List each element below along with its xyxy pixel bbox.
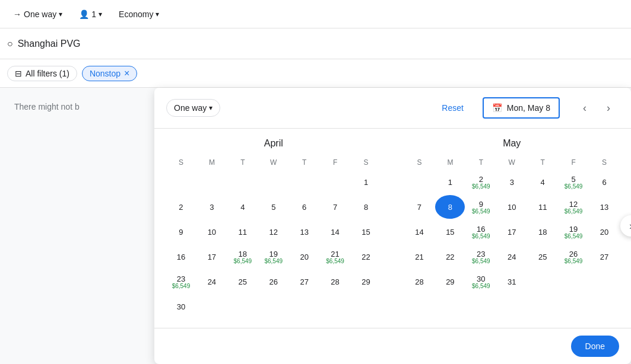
april-day-26[interactable]: 26 [259, 270, 288, 293]
may-day-25[interactable]: 25 [528, 245, 557, 269]
april-day-11[interactable]: 11 [228, 220, 258, 244]
may-day-21[interactable]: 21 [405, 245, 435, 269]
origin-field[interactable]: ○ Shanghai PVG [7, 39, 81, 49]
april-day-6[interactable]: 6 [290, 195, 319, 219]
april-day-10[interactable]: 10 [197, 220, 227, 244]
april-day-13[interactable]: 13 [290, 220, 319, 244]
april-dow-t1: T [228, 156, 258, 169]
may-day-11[interactable]: 11 [528, 195, 557, 219]
may-dow-t1: T [466, 156, 496, 169]
cabin-chevron-icon: ▾ [156, 10, 159, 18]
may-day-5[interactable]: 5$6,549 [559, 170, 588, 194]
nonstop-close-icon[interactable]: × [124, 69, 129, 78]
may-day-7[interactable]: 7 [405, 195, 435, 219]
april-dow-t2: T [290, 156, 319, 169]
may-day-1[interactable]: 1 [435, 170, 465, 194]
all-filters-label: All filters (1) [26, 69, 69, 78]
may-day-2[interactable]: 2$6,549 [466, 170, 496, 194]
may-day-29[interactable]: 29 [435, 270, 465, 293]
may-day-14[interactable]: 14 [405, 220, 435, 244]
april-day-15[interactable]: 15 [351, 220, 381, 244]
april-day-7[interactable]: 7 [321, 195, 350, 219]
may-dow-t2: T [528, 156, 557, 169]
prev-month-button[interactable]: ‹ [574, 97, 595, 119]
april-day-18[interactable]: 18$6,549 [228, 245, 258, 269]
may-day-24[interactable]: 24 [497, 245, 527, 269]
person-icon: 👤 [79, 9, 89, 19]
may-empty-1 [405, 170, 435, 194]
april-day-2[interactable]: 2 [166, 195, 196, 219]
may-day-4[interactable]: 4 [528, 170, 557, 194]
may-day-12[interactable]: 12$6,549 [559, 195, 588, 219]
may-day-27[interactable]: 27 [589, 245, 619, 269]
april-day-9[interactable]: 9 [166, 220, 196, 244]
april-empty-4 [259, 170, 288, 194]
april-day-22[interactable]: 22 [351, 245, 381, 269]
may-empty-e1 [528, 270, 557, 293]
april-day-24[interactable]: 24 [197, 270, 227, 293]
next-month-button[interactable]: › [598, 97, 619, 119]
scroll-right-button[interactable]: › [620, 215, 631, 237]
calendar-icon: 📅 [492, 103, 502, 113]
may-dow-w: W [497, 156, 527, 169]
april-empty-1 [166, 170, 196, 194]
may-day-8[interactable]: 8 [435, 195, 465, 219]
calendar-mode-button[interactable]: One way ▾ [166, 99, 220, 117]
april-empty-6 [321, 170, 350, 194]
may-day-10[interactable]: 10 [497, 195, 527, 219]
april-empty-e5 [321, 295, 350, 318]
april-day-28[interactable]: 28 [321, 270, 350, 293]
april-day-4[interactable]: 4 [228, 195, 258, 219]
may-day-23[interactable]: 23$6,549 [466, 245, 496, 269]
april-day-8[interactable]: 8 [351, 195, 381, 219]
april-day-12[interactable]: 12 [259, 220, 288, 244]
one-way-arrow-icon: → [13, 9, 21, 19]
april-day-14[interactable]: 14 [321, 220, 350, 244]
april-day-17[interactable]: 17 [197, 245, 227, 269]
april-empty-2 [197, 170, 227, 194]
may-day-16[interactable]: 16$6,549 [466, 220, 496, 244]
cabin-class-label: Economy [119, 9, 153, 19]
april-day-25[interactable]: 25 [228, 270, 258, 293]
may-day-19[interactable]: 19$6,549 [559, 220, 588, 244]
may-day-28[interactable]: 28 [405, 270, 435, 293]
april-day-19[interactable]: 19$6,549 [259, 245, 288, 269]
may-day-18[interactable]: 18 [528, 220, 557, 244]
nonstop-filter-chip[interactable]: Nonstop × [82, 66, 138, 81]
may-day-3[interactable]: 3 [497, 170, 527, 194]
may-day-26[interactable]: 26$6,549 [559, 245, 588, 269]
cabin-class-button[interactable]: Economy ▾ [113, 6, 165, 23]
april-day-3[interactable]: 3 [197, 195, 227, 219]
may-day-13[interactable]: 13 [589, 195, 619, 219]
april-day-23[interactable]: 23$6,549 [166, 270, 196, 293]
april-day-30[interactable]: 30 [166, 295, 196, 318]
april-day-5[interactable]: 5 [259, 195, 288, 219]
done-button[interactable]: Done [571, 336, 619, 357]
may-day-6[interactable]: 6 [589, 170, 619, 194]
trip-type-button[interactable]: → One way ▾ [7, 6, 68, 23]
may-day-31[interactable]: 31 [497, 270, 527, 293]
search-bar: ○ Shanghai PVG [0, 28, 631, 59]
may-dow-f: F [559, 156, 588, 169]
may-day-22[interactable]: 22 [435, 245, 465, 269]
april-day-16[interactable]: 16 [166, 245, 196, 269]
april-day-27[interactable]: 27 [290, 270, 319, 293]
may-day-20[interactable]: 20 [589, 220, 619, 244]
april-dow-s1: S [166, 156, 196, 169]
april-day-1[interactable]: 1 [351, 170, 381, 194]
passengers-button[interactable]: 👤 1 ▾ [73, 6, 108, 23]
calendar-mode-chevron-icon: ▾ [209, 104, 213, 112]
may-day-9[interactable]: 9$6,549 [466, 195, 496, 219]
april-day-29[interactable]: 29 [351, 270, 381, 293]
april-day-20[interactable]: 20 [290, 245, 319, 269]
calendar-footer: Done [154, 328, 631, 364]
passengers-chevron-icon: ▾ [99, 10, 102, 18]
reset-button[interactable]: Reset [442, 103, 464, 113]
may-day-17[interactable]: 17 [497, 220, 527, 244]
calendar-mode-label: One way [174, 103, 207, 113]
all-filters-button[interactable]: ⊟ All filters (1) [7, 66, 77, 81]
april-empty-e6 [351, 295, 381, 318]
may-day-30[interactable]: 30$6,549 [466, 270, 496, 293]
may-day-15[interactable]: 15 [435, 220, 465, 244]
april-day-21[interactable]: 21$6,549 [321, 245, 350, 269]
